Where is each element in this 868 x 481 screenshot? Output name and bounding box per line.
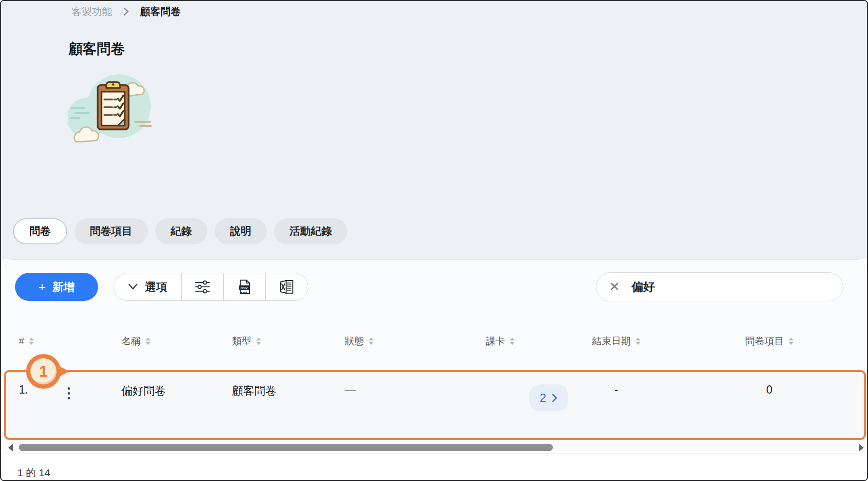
row-end-date-cell: -: [558, 371, 674, 439]
course-card-badge[interactable]: 2: [529, 384, 568, 411]
row-index: 1.: [19, 383, 28, 396]
page-header-section: 客製功能 顧客問卷 顧客問卷: [1, 1, 867, 259]
csv-file-icon: CSV: [237, 279, 252, 295]
scroll-right-icon[interactable]: [859, 444, 864, 452]
sort-icon[interactable]: [256, 338, 261, 345]
filter-sliders-icon: [194, 279, 211, 295]
scroll-left-icon[interactable]: [8, 444, 13, 452]
column-header-index[interactable]: #: [5, 336, 108, 347]
sort-icon[interactable]: [789, 338, 794, 345]
table-row[interactable]: 1. 偏好問卷 顧客問卷 — 2 - 0: [5, 371, 865, 439]
tab-bar: 問卷 問卷項目 紀錄 說明 活動紀錄: [13, 218, 347, 244]
sort-icon[interactable]: [510, 338, 515, 345]
tab-surveys[interactable]: 問卷: [13, 218, 67, 244]
search-input[interactable]: 偏好: [632, 279, 655, 295]
column-header-status[interactable]: 狀態: [331, 335, 442, 348]
sort-icon[interactable]: [145, 338, 150, 345]
tab-activity-log[interactable]: 活動紀錄: [274, 218, 347, 244]
clear-search-icon[interactable]: ✕: [609, 281, 620, 294]
row-index-cell: 1.: [5, 371, 108, 439]
sort-icon[interactable]: [369, 338, 374, 345]
row-menu-icon[interactable]: [66, 385, 72, 401]
sort-icon[interactable]: [636, 338, 640, 345]
options-dropdown-button[interactable]: 選項: [114, 273, 181, 300]
survey-clipboard-illustration: [68, 71, 153, 145]
column-header-type[interactable]: 類型: [218, 335, 331, 348]
column-header-survey-items[interactable]: 問卷項目: [674, 335, 865, 348]
scrollbar-thumb[interactable]: [19, 444, 553, 451]
chevron-down-icon: [128, 283, 138, 291]
table-header-row: # 名稱 類型 狀態 課卡 結束日期: [5, 333, 865, 349]
course-card-count: 2: [540, 391, 546, 405]
toolbar: + 新增 選項: [15, 272, 843, 301]
svg-text:CSV: CSV: [241, 286, 248, 290]
row-course-card-cell: 2: [442, 371, 558, 439]
breadcrumb-parent[interactable]: 客製功能: [72, 5, 112, 18]
app-window: 客製功能 顧客問卷 顧客問卷: [0, 0, 868, 481]
row-status-cell: —: [331, 371, 442, 439]
options-label: 選項: [145, 280, 167, 295]
excel-file-icon: [278, 279, 296, 295]
sort-icon[interactable]: [29, 338, 34, 345]
tab-instructions[interactable]: 說明: [215, 218, 267, 244]
column-header-end-date[interactable]: 結束日期: [558, 335, 674, 348]
breadcrumb: 客製功能 顧客問卷: [72, 5, 181, 18]
breadcrumb-current: 顧客問卷: [140, 5, 181, 18]
table-panel: + 新增 選項: [5, 259, 865, 453]
filter-settings-button[interactable]: [182, 273, 223, 300]
chevron-right-icon: [552, 394, 557, 402]
footer-bar: 1 的 14: [1, 453, 867, 480]
search-box[interactable]: ✕ 偏好: [596, 272, 843, 301]
horizontal-scrollbar[interactable]: [6, 443, 864, 452]
row-type-cell: 顧客問卷: [218, 371, 331, 439]
add-button[interactable]: + 新增: [15, 273, 98, 301]
breadcrumb-chevron-icon: [123, 7, 130, 16]
page-title: 顧客問卷: [69, 40, 125, 59]
record-count: 1 的 14: [17, 466, 50, 480]
options-button-group: 選項: [114, 273, 308, 301]
export-csv-button[interactable]: CSV: [224, 273, 265, 300]
tab-records[interactable]: 紀錄: [155, 218, 207, 244]
tab-survey-items[interactable]: 問卷項目: [74, 218, 148, 244]
plus-icon: +: [38, 280, 45, 295]
column-header-course-card[interactable]: 課卡: [442, 335, 558, 348]
row-name-cell[interactable]: 偏好問卷: [108, 371, 218, 439]
export-excel-button[interactable]: [266, 273, 308, 300]
row-survey-items-cell: 0: [674, 371, 865, 439]
add-button-label: 新增: [53, 280, 75, 295]
column-header-name[interactable]: 名稱: [108, 335, 218, 348]
